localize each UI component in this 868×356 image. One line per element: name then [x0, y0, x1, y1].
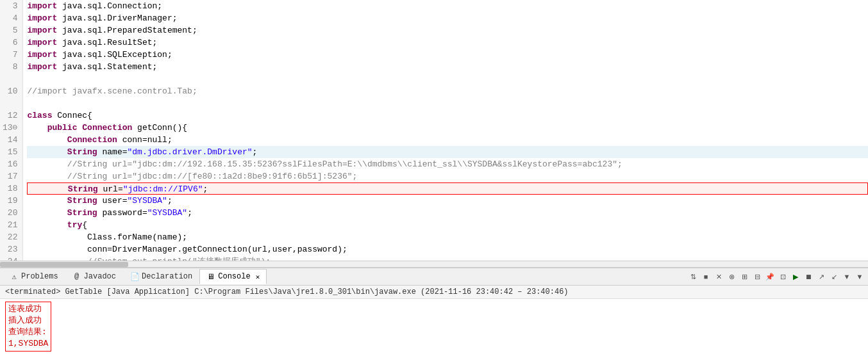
- remove-btn[interactable]: ⊟: [751, 271, 763, 282]
- tab-declaration[interactable]: 📄 Declaration: [123, 269, 199, 284]
- tab-console-close[interactable]: ✕: [256, 273, 260, 281]
- code-line-3: import java.sql.Connection;: [27, 0, 868, 12]
- console-line-2: 插入成功: [8, 315, 48, 327]
- console-area: <terminated> GetTable [Java Application]…: [0, 286, 868, 356]
- tab-problems[interactable]: ⚠ Problems: [3, 269, 65, 284]
- console-line-3: 查询结果:: [8, 327, 48, 338]
- code-line-15: String name="dm.jdbc.driver.DmDriver";: [27, 146, 868, 158]
- console-line-4: 1,SYSDBA: [8, 338, 48, 350]
- code-line-14: Connection conn=null;: [27, 134, 868, 146]
- console-output: 连表成功 插入成功 查询结果: 1,SYSDBA: [0, 299, 868, 356]
- code-line-21: try{: [27, 219, 868, 231]
- console-toolbar: ⇅ ■ ✕ ⊗ ⊞ ⊟ 📌 ⊡ ▶ ⏹ ↗ ↙ ▼ ▼: [687, 271, 865, 282]
- line-numbers: 3 4 5 6 7 8 10 12 13⊖ 14 15 16 17 18 19 …: [0, 0, 23, 261]
- view-menu-btn[interactable]: ⊡: [777, 271, 789, 282]
- code-line-23: conn=DriverManager.getConnection(url,use…: [27, 243, 868, 255]
- code-line-19: String user="SYSDBA";: [27, 195, 868, 207]
- new-launch-btn[interactable]: ⊞: [739, 271, 750, 282]
- code-line-17: //String url="jdbc:dm://[fe80::1a2d:8be9…: [27, 170, 868, 182]
- menu2-btn[interactable]: ▼: [854, 271, 865, 282]
- console-output-box: 连表成功 插入成功 查询结果: 1,SYSDBA: [5, 302, 51, 352]
- horizontal-scrollbar[interactable]: [0, 261, 868, 267]
- menu1-btn[interactable]: ▼: [841, 271, 853, 282]
- code-line-22: Class.forName(name);: [27, 231, 868, 243]
- warning-icon: ⚠: [10, 272, 19, 281]
- code-line-12: class Connec{: [27, 109, 868, 122]
- code-line-13: public Connection getConn(){: [27, 122, 868, 134]
- arrow2-btn[interactable]: ↙: [828, 271, 840, 282]
- tab-declaration-label: Declaration: [142, 272, 192, 281]
- code-line-9: [27, 73, 868, 85]
- stop2-btn[interactable]: ⏹: [803, 271, 814, 282]
- console-header: <terminated> GetTable [Java Application]…: [0, 286, 868, 299]
- code-editor: 3 4 5 6 7 8 10 12 13⊖ 14 15 16 17 18 19 …: [0, 0, 868, 268]
- code-line-24: //System.out.println("连接数据库成功");: [27, 255, 868, 261]
- bottom-tabs-bar: ⚠ Problems @ Javadoc 📄 Declaration 🖥 Con…: [0, 268, 868, 286]
- code-line-8: import java.sql.Statement;: [27, 61, 868, 73]
- arrow1-btn[interactable]: ↗: [815, 271, 827, 282]
- scroll-lock-btn[interactable]: ⇅: [687, 271, 699, 282]
- pin-btn[interactable]: 📌: [764, 271, 776, 282]
- code-line-20: String password="SYSDBA";: [27, 207, 868, 219]
- doc-icon: @: [72, 272, 81, 281]
- tab-console[interactable]: 🖥 Console ✕: [199, 269, 267, 284]
- console-header-text: <terminated> GetTable [Java Application]…: [5, 287, 569, 296]
- tab-problems-label: Problems: [21, 272, 58, 281]
- declaration-icon: 📄: [130, 272, 139, 281]
- open-console-btn[interactable]: ▶: [790, 271, 801, 282]
- close-console-btn[interactable]: ✕: [713, 271, 724, 282]
- code-line-18: String url="jdbc:dm://IPV6";: [27, 182, 868, 195]
- code-line-6: import java.sql.ResultSet;: [27, 36, 868, 49]
- code-line-7: import java.sql.SQLException;: [27, 49, 868, 61]
- tab-javadoc[interactable]: @ Javadoc: [65, 269, 123, 284]
- console-icon: 🖥: [206, 272, 215, 281]
- terminate-btn[interactable]: ⊗: [726, 271, 737, 282]
- scrollbar-thumb[interactable]: [0, 262, 128, 267]
- stop-btn[interactable]: ■: [700, 271, 712, 282]
- tab-console-label: Console: [218, 272, 250, 281]
- code-line-11: [27, 97, 868, 109]
- tab-javadoc-label: Javadoc: [84, 272, 116, 281]
- code-lines: import java.sql.Connection; import java.…: [23, 0, 868, 261]
- code-line-5: import java.sql.PreparedStatement;: [27, 24, 868, 36]
- code-line-16: //String url="jdbc:dm://192.168.15.35:52…: [27, 158, 868, 170]
- console-line-1: 连表成功: [8, 303, 48, 315]
- code-line-10: //import javafx.scene.control.Tab;: [27, 85, 868, 97]
- code-line-4: import java.sql.DriverManager;: [27, 12, 868, 24]
